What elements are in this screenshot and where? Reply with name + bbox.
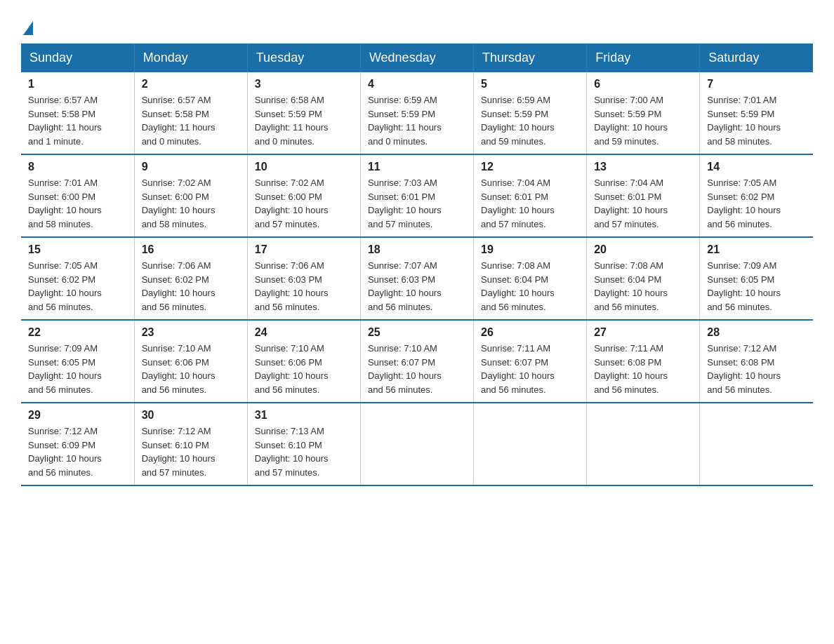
calendar-week-4: 22 Sunrise: 7:09 AMSunset: 6:05 PMDaylig… xyxy=(21,320,813,403)
day-number: 23 xyxy=(142,326,240,339)
calendar-week-2: 8 Sunrise: 7:01 AMSunset: 6:00 PMDayligh… xyxy=(21,154,813,237)
calendar-cell-w1-d4: 4 Sunrise: 6:59 AMSunset: 5:59 PMDayligh… xyxy=(360,72,473,154)
calendar-cell-w3-d7: 21 Sunrise: 7:09 AMSunset: 6:05 PMDaylig… xyxy=(700,237,813,320)
day-info: Sunrise: 7:04 AMSunset: 6:01 PMDaylight:… xyxy=(481,177,555,229)
calendar-cell-w1-d7: 7 Sunrise: 7:01 AMSunset: 5:59 PMDayligh… xyxy=(700,72,813,154)
day-info: Sunrise: 7:08 AMSunset: 6:04 PMDaylight:… xyxy=(481,260,555,312)
calendar-cell-w3-d3: 17 Sunrise: 7:06 AMSunset: 6:03 PMDaylig… xyxy=(247,237,360,320)
header-tuesday: Tuesday xyxy=(247,43,360,72)
day-info: Sunrise: 7:08 AMSunset: 6:04 PMDaylight:… xyxy=(594,260,668,312)
calendar-cell-w3-d1: 15 Sunrise: 7:05 AMSunset: 6:02 PMDaylig… xyxy=(21,237,134,320)
day-info: Sunrise: 6:59 AMSunset: 5:59 PMDaylight:… xyxy=(368,95,442,147)
day-number: 6 xyxy=(594,78,692,90)
header-wednesday: Wednesday xyxy=(360,43,473,72)
day-number: 21 xyxy=(707,243,806,256)
calendar-cell-w5-d1: 29 Sunrise: 7:12 AMSunset: 6:09 PMDaylig… xyxy=(21,403,134,485)
day-number: 24 xyxy=(255,326,353,339)
day-info: Sunrise: 7:12 AMSunset: 6:10 PMDaylight:… xyxy=(142,426,216,478)
calendar-cell-w2-d3: 10 Sunrise: 7:02 AMSunset: 6:00 PMDaylig… xyxy=(247,154,360,237)
header-saturday: Saturday xyxy=(700,43,813,72)
day-number: 15 xyxy=(28,243,127,256)
day-number: 14 xyxy=(707,161,806,173)
calendar-cell-w1-d3: 3 Sunrise: 6:58 AMSunset: 5:59 PMDayligh… xyxy=(247,72,360,154)
day-number: 17 xyxy=(255,243,353,256)
day-info: Sunrise: 7:02 AMSunset: 6:00 PMDaylight:… xyxy=(255,177,329,229)
day-info: Sunrise: 7:10 AMSunset: 6:06 PMDaylight:… xyxy=(142,343,216,395)
calendar-cell-w3-d6: 20 Sunrise: 7:08 AMSunset: 6:04 PMDaylig… xyxy=(587,237,700,320)
calendar-week-5: 29 Sunrise: 7:12 AMSunset: 6:09 PMDaylig… xyxy=(21,403,813,485)
day-info: Sunrise: 7:13 AMSunset: 6:10 PMDaylight:… xyxy=(255,426,329,478)
calendar-cell-w4-d6: 27 Sunrise: 7:11 AMSunset: 6:08 PMDaylig… xyxy=(587,320,700,403)
day-info: Sunrise: 7:09 AMSunset: 6:05 PMDaylight:… xyxy=(28,343,102,395)
page-header xyxy=(21,14,813,36)
day-number: 4 xyxy=(368,78,466,90)
calendar-cell-w4-d2: 23 Sunrise: 7:10 AMSunset: 6:06 PMDaylig… xyxy=(134,320,247,403)
day-info: Sunrise: 7:05 AMSunset: 6:02 PMDaylight:… xyxy=(28,260,102,312)
header-sunday: Sunday xyxy=(21,43,134,72)
day-number: 18 xyxy=(368,243,466,256)
header-monday: Monday xyxy=(134,43,247,72)
day-number: 10 xyxy=(255,161,353,173)
calendar-cell-w3-d2: 16 Sunrise: 7:06 AMSunset: 6:02 PMDaylig… xyxy=(134,237,247,320)
calendar-week-1: 1 Sunrise: 6:57 AMSunset: 5:58 PMDayligh… xyxy=(21,72,813,154)
calendar-table: SundayMondayTuesdayWednesdayThursdayFrid… xyxy=(21,43,813,486)
day-info: Sunrise: 7:03 AMSunset: 6:01 PMDaylight:… xyxy=(368,177,442,229)
calendar-cell-w2-d5: 12 Sunrise: 7:04 AMSunset: 6:01 PMDaylig… xyxy=(474,154,587,237)
day-number: 31 xyxy=(255,409,353,422)
day-info: Sunrise: 6:57 AMSunset: 5:58 PMDaylight:… xyxy=(142,95,216,147)
calendar-header-row: SundayMondayTuesdayWednesdayThursdayFrid… xyxy=(21,43,813,72)
day-number: 28 xyxy=(707,326,806,339)
calendar-cell-w1-d2: 2 Sunrise: 6:57 AMSunset: 5:58 PMDayligh… xyxy=(134,72,247,154)
logo-general xyxy=(21,21,33,35)
calendar-cell-w4-d7: 28 Sunrise: 7:12 AMSunset: 6:08 PMDaylig… xyxy=(700,320,813,403)
calendar-week-3: 15 Sunrise: 7:05 AMSunset: 6:02 PMDaylig… xyxy=(21,237,813,320)
calendar-cell-w1-d1: 1 Sunrise: 6:57 AMSunset: 5:58 PMDayligh… xyxy=(21,72,134,154)
day-info: Sunrise: 6:58 AMSunset: 5:59 PMDaylight:… xyxy=(255,95,329,147)
day-info: Sunrise: 7:10 AMSunset: 6:06 PMDaylight:… xyxy=(255,343,329,395)
day-number: 9 xyxy=(142,161,240,173)
calendar-cell-w1-d5: 5 Sunrise: 6:59 AMSunset: 5:59 PMDayligh… xyxy=(474,72,587,154)
calendar-cell-w2-d1: 8 Sunrise: 7:01 AMSunset: 6:00 PMDayligh… xyxy=(21,154,134,237)
day-info: Sunrise: 7:11 AMSunset: 6:07 PMDaylight:… xyxy=(481,343,555,395)
calendar-cell-w5-d2: 30 Sunrise: 7:12 AMSunset: 6:10 PMDaylig… xyxy=(134,403,247,485)
day-number: 19 xyxy=(481,243,579,256)
day-number: 22 xyxy=(28,326,127,339)
day-info: Sunrise: 7:01 AMSunset: 6:00 PMDaylight:… xyxy=(28,177,102,229)
day-info: Sunrise: 7:06 AMSunset: 6:02 PMDaylight:… xyxy=(142,260,216,312)
calendar-cell-w4-d5: 26 Sunrise: 7:11 AMSunset: 6:07 PMDaylig… xyxy=(474,320,587,403)
logo xyxy=(21,14,33,36)
day-number: 3 xyxy=(255,78,353,90)
day-number: 11 xyxy=(368,161,466,173)
day-number: 13 xyxy=(594,161,692,173)
day-info: Sunrise: 7:04 AMSunset: 6:01 PMDaylight:… xyxy=(594,177,668,229)
day-number: 5 xyxy=(481,78,579,90)
calendar-cell-w5-d6 xyxy=(587,403,700,485)
day-number: 2 xyxy=(142,78,240,90)
day-info: Sunrise: 6:59 AMSunset: 5:59 PMDaylight:… xyxy=(481,95,555,147)
day-number: 8 xyxy=(28,161,127,173)
day-info: Sunrise: 7:00 AMSunset: 5:59 PMDaylight:… xyxy=(594,95,668,147)
calendar-cell-w5-d3: 31 Sunrise: 7:13 AMSunset: 6:10 PMDaylig… xyxy=(247,403,360,485)
day-info: Sunrise: 7:12 AMSunset: 6:09 PMDaylight:… xyxy=(28,426,102,478)
header-friday: Friday xyxy=(587,43,700,72)
calendar-cell-w5-d5 xyxy=(474,403,587,485)
calendar-cell-w2-d2: 9 Sunrise: 7:02 AMSunset: 6:00 PMDayligh… xyxy=(134,154,247,237)
day-number: 7 xyxy=(707,78,806,90)
day-info: Sunrise: 7:06 AMSunset: 6:03 PMDaylight:… xyxy=(255,260,329,312)
day-number: 1 xyxy=(28,78,127,90)
day-info: Sunrise: 7:07 AMSunset: 6:03 PMDaylight:… xyxy=(368,260,442,312)
day-number: 29 xyxy=(28,409,127,422)
day-number: 20 xyxy=(594,243,692,256)
day-info: Sunrise: 7:05 AMSunset: 6:02 PMDaylight:… xyxy=(707,177,781,229)
calendar-cell-w3-d4: 18 Sunrise: 7:07 AMSunset: 6:03 PMDaylig… xyxy=(360,237,473,320)
day-info: Sunrise: 6:57 AMSunset: 5:58 PMDaylight:… xyxy=(28,95,102,147)
day-number: 30 xyxy=(142,409,240,422)
day-info: Sunrise: 7:12 AMSunset: 6:08 PMDaylight:… xyxy=(707,343,781,395)
calendar-cell-w2-d7: 14 Sunrise: 7:05 AMSunset: 6:02 PMDaylig… xyxy=(700,154,813,237)
calendar-cell-w1-d6: 6 Sunrise: 7:00 AMSunset: 5:59 PMDayligh… xyxy=(587,72,700,154)
calendar-cell-w3-d5: 19 Sunrise: 7:08 AMSunset: 6:04 PMDaylig… xyxy=(474,237,587,320)
day-number: 27 xyxy=(594,326,692,339)
day-number: 25 xyxy=(368,326,466,339)
day-info: Sunrise: 7:09 AMSunset: 6:05 PMDaylight:… xyxy=(707,260,781,312)
day-info: Sunrise: 7:02 AMSunset: 6:00 PMDaylight:… xyxy=(142,177,216,229)
